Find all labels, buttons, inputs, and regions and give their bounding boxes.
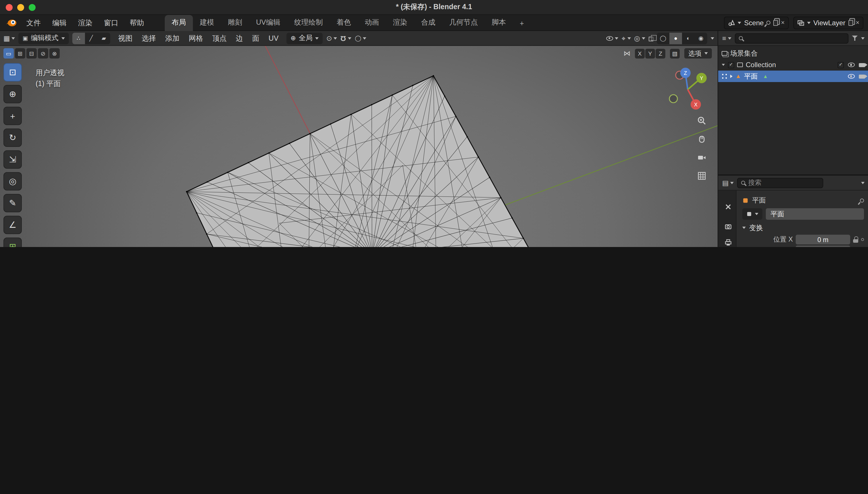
outliner-row-collection[interactable]: ✓ Collection ✓: [718, 59, 868, 71]
move-tool[interactable]: +: [3, 107, 22, 125]
topbar-menu-2[interactable]: 渲染: [72, 15, 98, 31]
tool-options-button[interactable]: 选项: [684, 48, 712, 58]
hide-in-viewport-icon[interactable]: [848, 62, 855, 67]
workspace-tab-3[interactable]: UV编辑: [249, 15, 287, 31]
workspace-tab-0[interactable]: 布局: [165, 15, 193, 31]
shading-rendered-button[interactable]: ◉: [695, 33, 707, 44]
shading-wireframe-button[interactable]: ◯: [657, 33, 669, 44]
shading-solid-button[interactable]: ●: [669, 33, 682, 44]
cursor-tool[interactable]: ⊕: [3, 85, 22, 103]
editor-type-button[interactable]: ▦: [3, 34, 15, 42]
transform-panel-header[interactable]: 变换: [742, 222, 864, 234]
snapping-button[interactable]: Ω: [341, 34, 351, 42]
expand-icon[interactable]: [730, 75, 733, 78]
viewport-menu-7[interactable]: UV: [264, 31, 283, 45]
transform-value-field[interactable]: 0 m: [796, 235, 850, 244]
workspace-tab-2[interactable]: 雕刻: [221, 15, 249, 31]
proportional-edit-button[interactable]: ◯: [355, 35, 366, 41]
workspace-tab-4[interactable]: 纹理绘制: [287, 15, 330, 31]
vertex-select-button[interactable]: ∴: [72, 33, 85, 44]
collection-checkbox[interactable]: ✓: [728, 62, 734, 68]
outliner-row-scene-collection[interactable]: 场景集合: [718, 48, 868, 59]
transform-tool[interactable]: ◎: [3, 172, 22, 190]
close-window-button[interactable]: [6, 4, 13, 11]
viewport-canvas[interactable]: ▭⊞⊟⊘⊗ ⋈ XYZ ▧ 选项 用户透视 (1) 平面 ⊡⊕+↻⇲◎✎∠⊞⇧◰…: [0, 46, 718, 247]
grid-ortho-button[interactable]: [695, 169, 708, 183]
viewport-menu-0[interactable]: 视图: [114, 31, 137, 45]
viewport-menu-6[interactable]: 面: [248, 31, 264, 45]
select-intersect-button[interactable]: ⊗: [49, 48, 60, 58]
zoom-button[interactable]: [695, 114, 708, 127]
workspace-tab-9[interactable]: 几何节点: [442, 15, 485, 31]
outliner-editor-type-button[interactable]: ≡: [722, 34, 732, 42]
new-scene-icon[interactable]: [774, 20, 778, 25]
topbar-menu-1[interactable]: 编辑: [47, 15, 72, 31]
gizmos-button[interactable]: ⌖: [622, 34, 631, 42]
workspace-tab-6[interactable]: 动画: [358, 15, 386, 31]
collection-exclude-checkbox[interactable]: ✓: [837, 62, 844, 68]
scale-tool[interactable]: ⇲: [3, 150, 22, 169]
workspace-tab-8[interactable]: 合成: [414, 15, 442, 31]
chevron-down-icon[interactable]: [861, 182, 865, 184]
expand-icon[interactable]: [722, 64, 725, 66]
camera-view-button[interactable]: [695, 150, 708, 164]
viewlayer-selector[interactable]: ViewLayer ×: [793, 16, 864, 29]
blender-logo-icon[interactable]: [6, 19, 17, 27]
measure-tool[interactable]: ∠: [3, 216, 22, 234]
add-workspace-button[interactable]: +: [513, 16, 531, 31]
workspace-tab-1[interactable]: 建模: [193, 15, 221, 31]
properties-tab-output[interactable]: [720, 235, 737, 247]
navigation-gizmo[interactable]: Z Y X: [664, 65, 712, 114]
scene-name[interactable]: Scene: [744, 19, 764, 27]
mirror-y-button[interactable]: Y: [645, 49, 655, 58]
orientation-dropdown[interactable]: ⊕ 全局: [287, 33, 322, 44]
topbar-menu-3[interactable]: 窗口: [98, 15, 124, 31]
edge-select-button[interactable]: ╱: [85, 33, 97, 44]
mirror-z-button[interactable]: Z: [655, 49, 665, 58]
pin-scene-icon[interactable]: [766, 20, 772, 25]
disable-in-renders-icon[interactable]: [859, 74, 865, 78]
face-select-button[interactable]: ▰: [97, 33, 110, 44]
rotate-tool[interactable]: ↻: [3, 129, 22, 147]
add-cube-tool[interactable]: ⊞: [3, 238, 22, 247]
workspace-tab-7[interactable]: 渲染: [386, 15, 414, 31]
lock-icon[interactable]: [853, 236, 858, 243]
topbar-menu-0[interactable]: 文件: [21, 15, 47, 31]
workspace-tab-5[interactable]: 着色: [330, 15, 358, 31]
disable-in-renders-icon[interactable]: [859, 63, 865, 67]
show-object-types-button[interactable]: [606, 36, 618, 40]
select-extend-button[interactable]: ⊞: [15, 48, 25, 58]
snap-extra-icon[interactable]: ▧: [670, 49, 680, 58]
overlays-button[interactable]: ◎: [634, 34, 645, 42]
transform-value-field[interactable]: 0 m: [796, 246, 850, 247]
object-name-field[interactable]: 平面: [766, 208, 864, 220]
unlink-scene-icon[interactable]: ×: [781, 19, 785, 26]
animate-dot-icon[interactable]: [861, 238, 864, 241]
xray-toggle-button[interactable]: [649, 35, 653, 41]
properties-tab-render[interactable]: [720, 219, 737, 233]
mode-dropdown[interactable]: ▣ 编辑模式: [19, 33, 69, 44]
new-viewlayer-icon[interactable]: [848, 20, 853, 25]
mirror-x-button[interactable]: X: [635, 49, 645, 58]
viewlayer-name[interactable]: ViewLayer: [813, 19, 846, 27]
maximize-window-button[interactable]: [29, 4, 36, 11]
properties-editor-type-button[interactable]: ▤: [722, 179, 734, 187]
box-select-tool[interactable]: ⊡: [3, 63, 22, 81]
topbar-menu-4[interactable]: 帮助: [124, 15, 150, 31]
minimize-window-button[interactable]: [17, 4, 24, 11]
outliner-row-plane[interactable]: ▲ 平面 ▲: [718, 71, 868, 82]
viewport-menu-2[interactable]: 添加: [161, 31, 184, 45]
hide-in-viewport-icon[interactable]: [848, 74, 855, 79]
viewport-menu-4[interactable]: 顶点: [208, 31, 232, 45]
outliner-search-input[interactable]: [735, 33, 849, 43]
pan-hand-button[interactable]: [695, 132, 708, 146]
properties-tab-tool[interactable]: [720, 200, 737, 213]
scene-selector[interactable]: Scene ×: [724, 16, 789, 29]
filter-icon[interactable]: [852, 35, 858, 41]
select-invert-button[interactable]: ⊘: [38, 48, 48, 58]
viewport-menu-5[interactable]: 边: [232, 31, 248, 45]
shading-material-button[interactable]: ◐: [682, 33, 695, 44]
object-id-dropdown[interactable]: [742, 208, 762, 220]
viewport-menu-3[interactable]: 网格: [184, 31, 208, 45]
select-subtract-button[interactable]: ⊟: [26, 48, 37, 58]
